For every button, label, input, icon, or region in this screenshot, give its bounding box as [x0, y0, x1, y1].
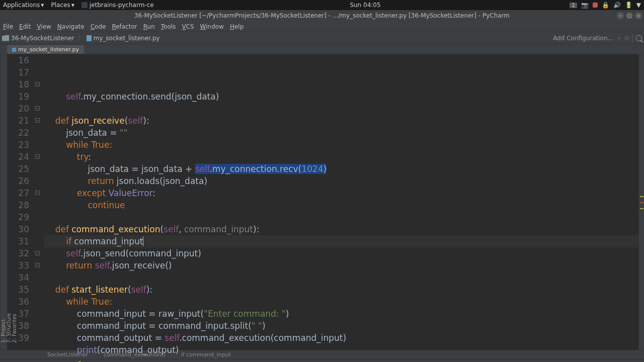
debug-button[interactable] [624, 36, 629, 41]
maximize-button[interactable]: □ [626, 12, 633, 19]
places-menu[interactable]: Places▼ [51, 2, 74, 9]
close-button[interactable]: × [635, 12, 642, 19]
gnome-topbar: Applications▼ Places▼ jetbrains-pycharm-… [0, 0, 644, 10]
record-icon[interactable] [593, 3, 598, 8]
notification-badge[interactable]: 1 [570, 3, 577, 8]
menu-refactor[interactable]: Refactor [112, 23, 137, 30]
app-indicator[interactable]: jetbrains-pycharm-ce [82, 2, 154, 9]
tab-my-socket-listener[interactable]: my_socket_listener.py [7, 45, 84, 54]
nav-toolbar: 36-MySocketListener 〉 my_socket_listener… [0, 32, 644, 44]
editor-tabs: my_socket_listener.py [0, 44, 644, 54]
tab-label: my_socket_listener.py [18, 46, 79, 53]
camera-icon[interactable]: 📷 [581, 2, 589, 9]
left-tool-stripe[interactable]: 1: Project 7: Structure 2: Favorites [0, 54, 7, 350]
volume-icon[interactable]: 🔊 [613, 2, 621, 9]
add-configuration-button[interactable]: Add Configuration... [553, 35, 613, 42]
menu-edit[interactable]: Edit [19, 23, 31, 30]
menu-window[interactable]: Window [200, 23, 224, 30]
search-everywhere-icon[interactable] [636, 35, 642, 41]
menu-tools[interactable]: Tools [161, 23, 176, 30]
menu-code[interactable]: Code [91, 23, 106, 30]
python-file-icon [87, 35, 92, 41]
menu-navigate[interactable]: Navigate [57, 23, 85, 30]
python-file-icon [12, 48, 16, 52]
window-titlebar: 36-MySocketListener [~/PycharmProjects/3… [0, 10, 644, 21]
battery-icon[interactable]: 🔋 [625, 2, 632, 9]
network-icon[interactable]: 🔒 [602, 2, 609, 9]
code-area[interactable]: self.my_connection.send(json_data) def j… [44, 54, 644, 350]
applications-menu[interactable]: Applications▼ [3, 2, 44, 9]
menu-file[interactable]: File [3, 23, 13, 30]
ide-menubar: FileEditViewNavigateCodeRefactorRunTools… [0, 21, 644, 32]
code-editor[interactable]: 1617181920212223242526272829303132333435… [7, 54, 644, 350]
menu-run[interactable]: Run [143, 23, 155, 30]
fold-column[interactable] [34, 54, 44, 350]
menu-vcs[interactable]: VCS [182, 23, 194, 30]
minimize-button[interactable]: − [617, 12, 624, 19]
menu-help[interactable]: Help [230, 23, 244, 30]
line-number-gutter[interactable]: 1617181920212223242526272829303132333435… [7, 54, 34, 350]
window-title: 36-MySocketListener [~/PycharmProjects/3… [134, 12, 510, 19]
menu-view[interactable]: View [37, 23, 51, 30]
breadcrumb-file[interactable]: my_socket_listener.py [94, 35, 160, 42]
run-button[interactable] [618, 36, 621, 40]
power-icon[interactable]: ▼ [636, 2, 641, 9]
error-stripe[interactable] [639, 54, 644, 350]
breadcrumb-project[interactable]: 36-MySocketListener [11, 35, 74, 42]
folder-icon [2, 35, 9, 41]
clock[interactable]: Sun 04:05 [161, 2, 570, 9]
